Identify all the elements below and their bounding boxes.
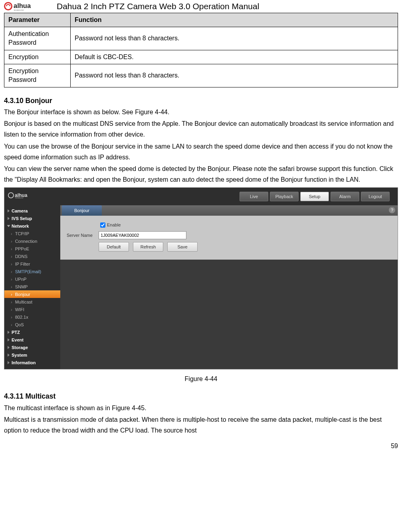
- sidebar-item-wifi[interactable]: ›WIFI: [4, 306, 60, 313]
- sidebar-label: PPPoE: [15, 246, 29, 252]
- table-header-row: Parameter Function: [4, 13, 398, 27]
- body-text: You can use the browse of the Bonjour se…: [4, 141, 398, 163]
- chevron-right-icon: ›: [11, 314, 12, 321]
- svg-point-3: [8, 193, 14, 198]
- document-header: alhua TECHNOLOGY Dahua 2 Inch PTZ Camera…: [4, 0, 398, 13]
- chevron-right-icon: [8, 331, 10, 334]
- body-text: Multicast is a transmission mode of data…: [4, 414, 398, 436]
- sidebar-label: Network: [12, 223, 29, 230]
- sidebar-item-network[interactable]: Network: [4, 222, 60, 230]
- body-text: Bonjour is based on the multicast DNS se…: [4, 118, 398, 140]
- default-button[interactable]: Default: [99, 242, 129, 252]
- sidebar-item-8021x[interactable]: ›802.1x: [4, 313, 60, 321]
- enable-checkbox[interactable]: [100, 222, 105, 228]
- enable-row: Enable: [67, 220, 391, 230]
- chevron-right-icon: ›: [11, 306, 12, 313]
- chevron-right-icon: ›: [11, 268, 12, 275]
- sidebar-item-tcpip[interactable]: ›TCP/IP: [4, 230, 60, 237]
- sidebar-item-upnp[interactable]: ›UPnP: [4, 275, 60, 283]
- brand-logo: alhua TECHNOLOGY: [4, 0, 52, 12]
- sidebar-item-snmp[interactable]: ›SNMP: [4, 283, 60, 290]
- chevron-down-icon: [7, 225, 10, 227]
- sidebar-item-ip-filter[interactable]: ›IP Filter: [4, 260, 60, 268]
- sidebar-item-connection[interactable]: ›Connection: [4, 237, 60, 245]
- chevron-right-icon: ›: [11, 253, 12, 260]
- param-cell: Authentication Password: [4, 27, 71, 50]
- panel-tab-bonjour[interactable]: Bonjour: [62, 205, 102, 216]
- chevron-right-icon: ›: [11, 299, 12, 306]
- sidebar-label: System: [12, 352, 27, 359]
- sidebar-label: UPnP: [15, 276, 27, 283]
- alhua-logo-icon: alhua TECHNOLOGY: [4, 1, 52, 12]
- sidebar-item-smtp[interactable]: ›SMTP(Email): [4, 268, 60, 275]
- chevron-right-icon: ›: [11, 230, 12, 237]
- chevron-right-icon: ›: [11, 291, 12, 298]
- table-row: Encryption Default is CBC-DES.: [4, 50, 398, 64]
- top-tab-bar: Live Playback Setup Alarm Logout: [240, 192, 394, 201]
- chevron-right-icon: [8, 217, 10, 220]
- body-text: The Bonjour interface is shown as below.…: [4, 107, 398, 117]
- sidebar-label: WIFI: [15, 306, 24, 313]
- col-header-function: Function: [71, 13, 398, 27]
- sidebar-label: Storage: [12, 344, 28, 351]
- param-cell: Encryption Password: [4, 64, 71, 87]
- tab-logout[interactable]: Logout: [361, 192, 390, 201]
- screenshot-topbar: alhua TECHNOLOGY Live Playback Setup Ala…: [4, 188, 398, 205]
- tab-setup[interactable]: Setup: [300, 192, 329, 201]
- sidebar-label: PTZ: [12, 329, 20, 336]
- sidebar-item-pppoe[interactable]: ›PPPoE: [4, 245, 60, 252]
- chevron-right-icon: ›: [11, 261, 12, 268]
- sidebar-item-ivs-setup[interactable]: IVS Setup: [4, 214, 60, 222]
- server-name-row: Server Name: [67, 230, 391, 240]
- sidebar-item-event[interactable]: Event: [4, 336, 60, 343]
- svg-text:alhua: alhua: [14, 2, 31, 9]
- chevron-right-icon: [8, 209, 10, 212]
- table-row: Encryption Password Password not less th…: [4, 64, 398, 87]
- sidebar-item-ptz[interactable]: PTZ: [4, 328, 60, 336]
- bonjour-form: Enable Server Name Default Refresh Save: [60, 216, 398, 260]
- chevron-right-icon: ›: [11, 284, 12, 290]
- chevron-right-icon: ›: [11, 246, 12, 252]
- body-text: The multicast interface is shown as in F…: [4, 403, 398, 413]
- tab-live[interactable]: Live: [240, 192, 268, 201]
- sidebar-item-bonjour[interactable]: ›Bonjour: [4, 290, 60, 298]
- chevron-right-icon: ›: [11, 322, 12, 328]
- func-cell: Default is CBC-DES.: [71, 50, 398, 64]
- table-row: Authentication Password Password not les…: [4, 27, 398, 50]
- panel-header: Bonjour: [60, 205, 398, 216]
- chevron-right-icon: [8, 346, 10, 349]
- sidebar-label: Event: [12, 337, 24, 343]
- sidebar-label: DDNS: [15, 253, 28, 260]
- sidebar-item-qos[interactable]: ›QoS: [4, 321, 60, 328]
- sidebar-label: 802.1x: [15, 314, 28, 321]
- sidebar-label: IVS Setup: [12, 215, 32, 222]
- server-name-label: Server Name: [67, 232, 99, 239]
- sidebar-item-multicast[interactable]: ›Multicast: [4, 298, 60, 306]
- sidebar-label: Camera: [12, 208, 28, 214]
- sidebar-label: SNMP: [15, 284, 28, 290]
- sidebar-item-storage[interactable]: Storage: [4, 343, 60, 351]
- sidebar-label: Multicast: [15, 299, 32, 306]
- body-text: You can view the server name when the sp…: [4, 163, 398, 185]
- save-button[interactable]: Save: [167, 242, 198, 252]
- param-cell: Encryption: [4, 50, 71, 64]
- sidebar-item-information[interactable]: Information: [4, 359, 60, 366]
- sidebar-label: Connection: [15, 238, 38, 245]
- func-cell: Password not less than 8 characters.: [71, 27, 398, 50]
- sidebar-item-camera[interactable]: Camera: [4, 207, 60, 214]
- server-name-input[interactable]: [99, 231, 186, 239]
- sidebar-item-ddns[interactable]: ›DDNS: [4, 252, 60, 260]
- screenshot-logo: alhua TECHNOLOGY: [8, 190, 44, 204]
- func-cell: Password not less than 8 characters.: [71, 64, 398, 87]
- parameter-table: Parameter Function Authentication Passwo…: [4, 13, 398, 87]
- refresh-button[interactable]: Refresh: [133, 242, 163, 252]
- chevron-right-icon: ›: [11, 238, 12, 245]
- sidebar-item-system[interactable]: System: [4, 351, 60, 359]
- tab-alarm[interactable]: Alarm: [331, 192, 359, 201]
- sidebar-label: IP Filter: [15, 261, 30, 268]
- sidebar-label: TCP/IP: [15, 230, 29, 237]
- figure-caption: Figure 4-44: [4, 374, 398, 384]
- svg-point-0: [5, 3, 12, 10]
- screenshot-body: Camera IVS Setup Network ›TCP/IP ›Connec…: [4, 205, 398, 369]
- tab-playback[interactable]: Playback: [270, 192, 299, 201]
